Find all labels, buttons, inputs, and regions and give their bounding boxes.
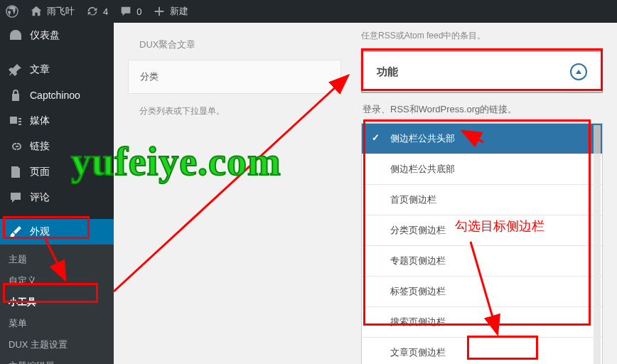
menu-appearance[interactable]: 外观 [0, 219, 114, 245]
menu-links[interactable]: 链接 [0, 134, 114, 159]
wordpress-icon [6, 5, 18, 18]
brush-icon [9, 225, 23, 239]
list-item-public-footer[interactable]: 侧边栏公共底部 [362, 154, 602, 185]
list-item-post[interactable]: 文章页侧边栏 [362, 338, 602, 364]
updates-count: 4 [103, 6, 108, 17]
list-item-topic[interactable]: 专题页侧边栏 [362, 246, 602, 277]
submenu-widgets[interactable]: 小工具 [0, 291, 114, 313]
link-icon [9, 139, 23, 154]
pin-icon [9, 63, 23, 77]
submenu-dux[interactable]: DUX 主题设置 [0, 334, 114, 355]
site-name-link[interactable]: 雨飞叶 [30, 5, 75, 18]
widget-category[interactable]: 分类 [128, 60, 341, 94]
menu-label: 文章 [30, 63, 50, 76]
list-item-category[interactable]: 分类页侧边栏 [362, 215, 602, 246]
site-name: 雨飞叶 [47, 5, 75, 18]
content-area: DUX聚合文章 分类 分类列表或下拉显单。 任意RSS或Atom feed中的条… [114, 23, 617, 364]
media-icon [9, 114, 23, 128]
list-item-search[interactable]: 搜索页侧边栏 [362, 307, 602, 338]
menu-dashboard[interactable]: 仪表盘 [0, 23, 114, 48]
widget-note: 分类列表或下拉显单。 [128, 100, 341, 123]
list-item-tag[interactable]: 标签页侧边栏 [362, 277, 602, 307]
comment-icon [119, 5, 132, 18]
widget-title: DUX聚合文章 [128, 30, 341, 60]
comments-count: 0 [136, 6, 141, 17]
scrollbar-thumb[interactable] [594, 125, 601, 154]
page-icon [9, 165, 23, 179]
menu-label: 链接 [30, 140, 50, 153]
admin-sidebar: 仪表盘 文章 Captchinoo 媒体 链接 页面 评论 外观 主题 自定义 … [0, 23, 114, 364]
menu-media[interactable]: 媒体 [0, 108, 114, 134]
list-item-home[interactable]: 首页侧边栏 [362, 185, 602, 215]
appearance-submenu: 主题 自定义 小工具 菜单 DUX 主题设置 主题编辑器 [0, 245, 114, 364]
menu-pages[interactable]: 页面 [0, 159, 114, 185]
menu-comments[interactable]: 评论 [0, 185, 114, 210]
list-item-public-header[interactable]: 侧边栏公共头部 [362, 124, 602, 154]
menu-label: 页面 [30, 166, 50, 178]
comments-link[interactable]: 0 [119, 5, 141, 18]
menu-label: 仪表盘 [30, 29, 60, 42]
menu-captchinoo[interactable]: Captchinoo [0, 82, 114, 108]
submenu-editor[interactable]: 主题编辑器 [0, 355, 114, 364]
scrollbar[interactable] [594, 125, 601, 364]
function-description: 登录、RSS和WordPress.org的链接。 [361, 100, 603, 123]
wp-logo[interactable] [6, 5, 18, 18]
right-widget-panel: 任意RSS或Atom feed中的条目。 功能 登录、RSS和WordPress… [361, 30, 603, 364]
left-widget-panel: DUX聚合文章 分类 分类列表或下拉显单。 [128, 30, 341, 123]
refresh-icon [86, 5, 99, 18]
home-icon [30, 5, 43, 18]
lock-icon [9, 88, 23, 102]
updates-link[interactable]: 4 [86, 5, 108, 18]
new-label: 新建 [170, 5, 188, 18]
admin-toolbar: 雨飞叶 4 0 新建 [0, 0, 617, 23]
submenu-themes[interactable]: 主题 [0, 249, 114, 270]
function-title: 功能 [377, 65, 398, 79]
menu-label: 外观 [30, 225, 50, 238]
new-content-link[interactable]: 新建 [153, 5, 188, 18]
sidebar-area-list: 侧边栏公共头部 侧边栏公共底部 首页侧边栏 分类页侧边栏 专题页侧边栏 标签页侧… [361, 123, 603, 364]
triangle-up-icon [575, 68, 582, 75]
submenu-customize[interactable]: 自定义 [0, 270, 114, 291]
plus-icon [153, 5, 166, 18]
function-widget-header[interactable]: 功能 [361, 50, 603, 93]
collapse-button[interactable] [570, 63, 587, 80]
menu-label: Captchinoo [30, 90, 80, 101]
dashboard-icon [9, 28, 23, 43]
submenu-menus[interactable]: 菜单 [0, 313, 114, 334]
menu-label: 评论 [30, 191, 50, 204]
comments-icon [9, 191, 23, 205]
menu-posts[interactable]: 文章 [0, 57, 114, 82]
menu-label: 媒体 [30, 114, 50, 127]
rss-note: 任意RSS或Atom feed中的条目。 [361, 30, 603, 50]
